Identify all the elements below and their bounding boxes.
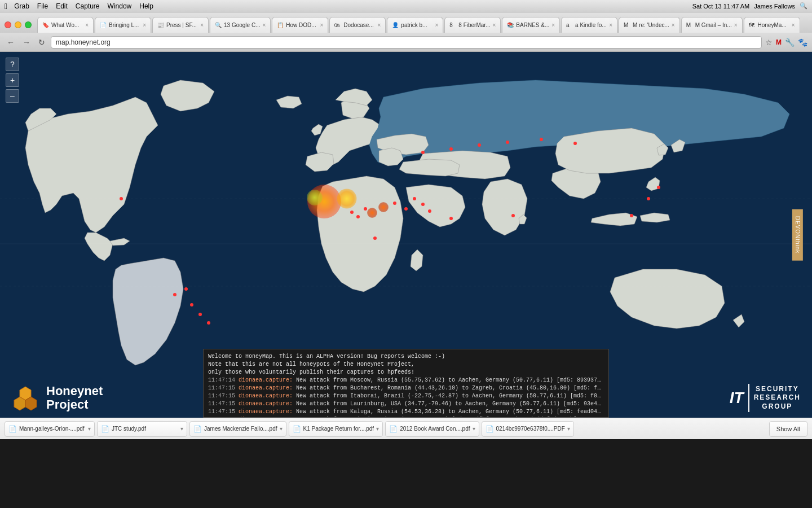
show-all-button[interactable]: Show All <box>769 421 807 437</box>
menu-window[interactable]: Window <box>108 2 132 10</box>
attack-dot-8 <box>404 207 408 211</box>
download-arrow-2[interactable]: ▾ <box>280 426 283 432</box>
tab-favicon-11: M <box>686 22 693 29</box>
browser-tab-3[interactable]: 🔍13 Google C...× <box>210 17 271 33</box>
attack-dot-bal <box>364 207 367 211</box>
maximize-button[interactable] <box>25 21 32 28</box>
tab-close-3[interactable]: × <box>262 22 266 28</box>
menu-file[interactable]: File <box>37 2 48 10</box>
download-icon-0: 📄 <box>8 425 17 433</box>
search-icon[interactable]: 🔍 <box>800 2 807 10</box>
console-log-line-5: 11:47:15 dionaea.capture: New attack fro… <box>208 416 604 417</box>
download-item-2[interactable]: 📄James Mackenzie Fallo....pdf▾ <box>189 421 286 437</box>
tabs-container: 🔖What Wo...×📄Bringing L...×📰Press | SF..… <box>37 17 807 33</box>
devonthink-tab[interactable]: DEVONthink <box>792 209 803 261</box>
browser-tab-2[interactable]: 📰Press | SF...× <box>152 17 209 33</box>
tab-close-10[interactable]: × <box>672 22 675 28</box>
menubar:  Grab File Edit Capture Window Help Sat… <box>0 0 812 12</box>
download-item-1[interactable]: 📄JTC study.pdf▾ <box>97 421 187 437</box>
tab-close-2[interactable]: × <box>200 22 204 28</box>
attack-dot-1 <box>421 151 425 154</box>
tab-close-11[interactable]: × <box>734 22 738 28</box>
tab-close-1[interactable]: × <box>143 22 146 28</box>
download-icon-3: 📄 <box>293 425 301 433</box>
download-arrow-3[interactable]: ▾ <box>376 426 379 432</box>
logo-divider <box>748 384 749 412</box>
browser-tab-10[interactable]: MM re: 'Undec...× <box>619 17 680 33</box>
reload-button[interactable]: ↻ <box>36 37 47 48</box>
browser-tab-12[interactable]: 🗺HoneyMa...× <box>744 17 800 33</box>
window-controls <box>5 21 32 33</box>
devtools-icon[interactable]: 🔧 <box>785 38 795 47</box>
attack-hotspot-ee2 <box>378 202 389 212</box>
zoom-in-button[interactable]: + <box>6 73 19 87</box>
console-log-line-2: 11:47:15 dionaea.capture: New attack fro… <box>208 392 604 400</box>
menu-capture[interactable]: Capture <box>76 2 100 10</box>
map-controls: ? + – <box>6 58 19 103</box>
attack-dot-bal3 <box>350 211 354 214</box>
forward-button[interactable]: → <box>20 37 33 48</box>
zoom-out-button[interactable]: – <box>6 89 19 103</box>
attack-dot-sa <box>173 293 176 296</box>
attack-dot-brazil <box>184 287 188 291</box>
browser-tab-6[interactable]: 👤patrick b...× <box>387 17 443 33</box>
console-output: Welcome to HoneyMap. This is an ALPHA ve… <box>204 349 608 417</box>
download-item-4[interactable]: 📄2012 Book Award Con....pdf▾ <box>385 421 479 437</box>
tab-close-9[interactable]: × <box>609 22 612 28</box>
extension-icon[interactable]: 🐾 <box>798 38 807 47</box>
menu-grab[interactable]: Grab <box>14 2 29 10</box>
back-button[interactable]: ← <box>5 37 17 48</box>
tab-close-0[interactable]: × <box>85 22 89 28</box>
minimize-button[interactable] <box>15 21 21 28</box>
browser-tab-7[interactable]: 88 FiberMar...× <box>444 17 501 33</box>
tab-label-8: BARNES &... <box>516 22 549 28</box>
attack-dot-me <box>449 217 453 220</box>
security-text: SECURITY <box>754 385 801 394</box>
honeycomb-svg <box>11 384 39 412</box>
close-button[interactable] <box>5 21 11 28</box>
download-arrow-0[interactable]: ▾ <box>88 426 91 432</box>
research-text: RESEARCH <box>754 393 801 402</box>
browser-tab-8[interactable]: 📚BARNES &...× <box>502 17 560 33</box>
download-arrow-5[interactable]: ▾ <box>567 426 570 432</box>
download-item-0[interactable]: 📄Mann-galleys-Orion-....pdf▾ <box>5 421 95 437</box>
browser-tab-4[interactable]: 📋How DOD...× <box>272 17 328 33</box>
nav-bar: ← → ↻ map.honeynet.org ☆ M 🔧 🐾 <box>0 33 812 52</box>
bookmark-icon[interactable]: ☆ <box>765 38 773 47</box>
console-log: 11:47:14 dionaea.capture: New attack fro… <box>208 376 604 417</box>
browser-tab-9[interactable]: aa Kindle fo...× <box>561 17 617 33</box>
download-item-5[interactable]: 📄0214bc9970e6378f0....PDF▾ <box>482 421 574 437</box>
help-button[interactable]: ? <box>6 58 19 71</box>
download-name-5: 0214bc9970e6378f0....PDF <box>496 426 565 432</box>
download-arrow-4[interactable]: ▾ <box>473 426 475 432</box>
console-welcome-1: Welcome to HoneyMap. This is an ALPHA ve… <box>208 353 604 361</box>
tab-close-5[interactable]: × <box>377 22 381 28</box>
browser-tab-1[interactable]: 📄Bringing L...× <box>95 17 151 33</box>
browser-tab-5[interactable]: 🛍Dodocase...× <box>329 17 386 33</box>
gmail-icon[interactable]: M <box>776 38 782 46</box>
tab-close-6[interactable]: × <box>435 22 438 28</box>
download-item-3[interactable]: 📄K1 Package Return for....pdf▾ <box>289 421 383 437</box>
menu-help[interactable]: Help <box>139 2 153 10</box>
apple-menu[interactable]:  <box>5 2 7 11</box>
group-text: GROUP <box>754 402 801 411</box>
honeynet-logo: Honeynet Project <box>11 384 103 412</box>
browser-tab-0[interactable]: 🔖What Wo...× <box>37 17 94 33</box>
tab-close-12[interactable]: × <box>792 22 795 28</box>
attack-dot-brazil4 <box>207 321 210 325</box>
menu-edit[interactable]: Edit <box>56 2 68 10</box>
tab-favicon-1: 📄 <box>100 22 107 29</box>
menu-items: Grab File Edit Capture Window Help <box>14 2 153 10</box>
download-arrow-1[interactable]: ▾ <box>180 426 183 432</box>
clock: Sat Oct 13 11:47 AM <box>692 3 750 10</box>
browser-tab-11[interactable]: MM Gmail – In...× <box>681 17 743 33</box>
tab-label-10: M re: 'Undec... <box>633 22 669 28</box>
attack-hotspot-uk <box>307 190 323 205</box>
address-bar[interactable]: map.honeynet.org <box>51 36 762 49</box>
username: James Fallows <box>754 3 795 10</box>
tab-label-5: Dodocase... <box>343 22 373 28</box>
attack-dot-7 <box>393 202 396 205</box>
tab-close-7[interactable]: × <box>492 22 496 28</box>
tab-close-8[interactable]: × <box>551 22 555 28</box>
tab-close-4[interactable]: × <box>320 22 323 28</box>
